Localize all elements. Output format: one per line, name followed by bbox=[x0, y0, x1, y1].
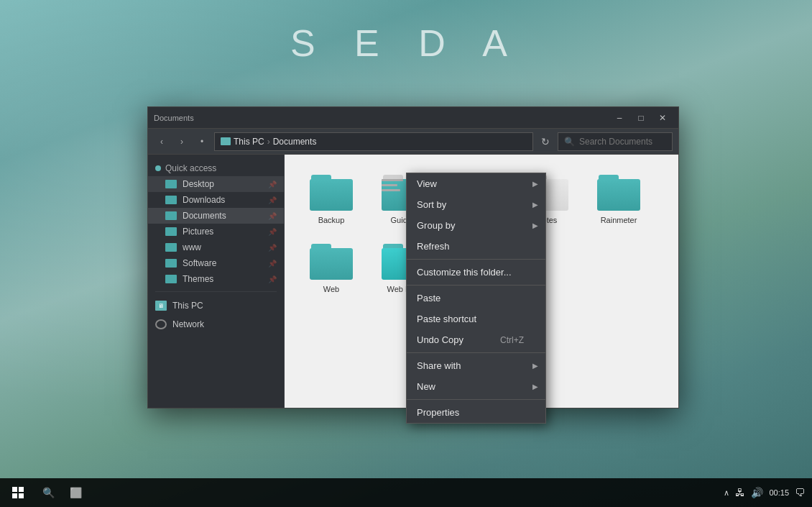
ctx-view-label: View bbox=[417, 178, 437, 189]
folder-web[interactable]: Web bbox=[299, 238, 364, 311]
folder-icon-rainmeter bbox=[597, 175, 640, 211]
taskbar-volume-icon[interactable]: 🔊 bbox=[751, 487, 763, 498]
sidebar-item-software[interactable]: Software 📌 bbox=[148, 255, 284, 271]
taskbar-chevron-icon[interactable]: ∧ bbox=[724, 488, 729, 498]
downloads-folder-icon bbox=[165, 196, 177, 204]
this-pc-icon: 🖥 bbox=[155, 301, 167, 311]
forward-button[interactable]: › bbox=[174, 134, 190, 150]
ctx-undo-copy[interactable]: Undo Copy Ctrl+Z bbox=[407, 329, 545, 350]
ctx-view[interactable]: View bbox=[407, 173, 545, 194]
taskbar-search-button[interactable]: 🔍 bbox=[36, 478, 61, 507]
folder-icon-backup bbox=[310, 175, 353, 211]
folder-body-rainmeter bbox=[597, 179, 640, 211]
taskbar-right: ∧ 🖧 🔊 00:15 🗨 bbox=[724, 487, 812, 498]
search-box: 🔍 bbox=[558, 132, 673, 151]
address-bar-actions: ↻ bbox=[538, 134, 553, 150]
sidebar-this-pc-label: This PC bbox=[172, 301, 203, 311]
ctx-new[interactable]: New bbox=[407, 376, 545, 397]
folder-rainmeter[interactable]: Rainmeter bbox=[586, 169, 651, 231]
breadcrumb-documents[interactable]: Documents bbox=[273, 137, 317, 147]
quick-access-header[interactable]: Quick access bbox=[148, 160, 284, 176]
task-view-icon: ⬜ bbox=[70, 487, 82, 498]
refresh-path-button[interactable]: ↻ bbox=[538, 134, 553, 150]
taskbar-notification-icon[interactable]: 🗨 bbox=[795, 487, 805, 498]
sidebar-this-pc[interactable]: 🖥 This PC bbox=[148, 296, 284, 315]
sidebar-item-downloads[interactable]: Downloads 📌 bbox=[148, 192, 284, 208]
sidebar-item-label-themes: Themes bbox=[183, 274, 213, 284]
ctx-properties[interactable]: Properties bbox=[407, 402, 545, 423]
ctx-undo-copy-shortcut: Ctrl+Z bbox=[500, 335, 535, 345]
sidebar-item-label-downloads: Downloads bbox=[183, 195, 225, 205]
pin-icon-www: 📌 bbox=[268, 244, 277, 252]
breadcrumb-this-pc[interactable]: This PC bbox=[234, 137, 264, 147]
search-input[interactable] bbox=[579, 137, 666, 147]
ctx-paste[interactable]: Paste bbox=[407, 288, 545, 309]
start-button[interactable] bbox=[0, 478, 36, 507]
close-button[interactable]: ✕ bbox=[652, 109, 673, 127]
address-path[interactable]: This PC › Documents bbox=[214, 132, 533, 151]
sidebar-item-desktop[interactable]: Desktop 📌 bbox=[148, 176, 284, 192]
folder-path-icon bbox=[221, 137, 231, 145]
pictures-folder-icon bbox=[165, 227, 177, 236]
ctx-group-by[interactable]: Group by bbox=[407, 215, 545, 236]
pin-icon-themes: 📌 bbox=[268, 275, 277, 283]
ctx-divider-3 bbox=[407, 352, 545, 353]
guides-lines bbox=[382, 179, 403, 191]
ctx-divider-4 bbox=[407, 399, 545, 400]
ctx-share-with-label: Share with bbox=[417, 360, 461, 371]
ctx-customize[interactable]: Customize this folder... bbox=[407, 262, 545, 283]
guides-line-1 bbox=[382, 179, 403, 181]
minimize-button[interactable]: – bbox=[609, 109, 629, 127]
pin-icon-desktop: 📌 bbox=[268, 181, 277, 188]
folder-body-backup bbox=[310, 179, 353, 211]
ctx-customize-label: Customize this folder... bbox=[417, 267, 512, 278]
address-bar: ‹ › • This PC › Documents ↻ 🔍 bbox=[148, 129, 678, 155]
folder-label-web: Web bbox=[323, 284, 339, 294]
ctx-share-with[interactable]: Share with bbox=[407, 355, 545, 376]
sidebar-item-themes[interactable]: Themes 📌 bbox=[148, 271, 284, 287]
ctx-divider-2 bbox=[407, 285, 545, 286]
ctx-sort-by[interactable]: Sort by bbox=[407, 194, 545, 215]
ctx-new-label: New bbox=[417, 381, 435, 392]
ctx-paste-shortcut-label: Paste shortcut bbox=[417, 314, 476, 324]
quick-access-dot bbox=[155, 165, 161, 171]
ctx-group-by-label: Group by bbox=[417, 220, 455, 231]
folder-label-backup: Backup bbox=[318, 215, 345, 225]
folder-backup[interactable]: Backup bbox=[299, 169, 364, 231]
ctx-sort-by-label: Sort by bbox=[417, 199, 446, 210]
ctx-properties-label: Properties bbox=[417, 407, 459, 418]
back-button[interactable]: ‹ bbox=[154, 134, 170, 150]
title-bar: Documents – □ ✕ bbox=[148, 107, 678, 129]
pin-icon-pictures: 📌 bbox=[268, 228, 277, 236]
search-icon: 🔍 bbox=[564, 137, 575, 147]
window-title: Documents bbox=[154, 114, 194, 122]
guides-line-2 bbox=[382, 184, 397, 186]
sidebar-item-label-www: www bbox=[183, 242, 201, 252]
ctx-paste-label: Paste bbox=[417, 293, 440, 303]
ctx-refresh[interactable]: Refresh bbox=[407, 236, 545, 257]
search-icon: 🔍 bbox=[42, 487, 55, 498]
quick-access-label: Quick access bbox=[165, 163, 216, 173]
sidebar-item-pictures[interactable]: Pictures 📌 bbox=[148, 224, 284, 239]
ctx-paste-shortcut[interactable]: Paste shortcut bbox=[407, 309, 545, 329]
sidebar-network[interactable]: Network bbox=[148, 315, 284, 334]
ctx-undo-copy-label: Undo Copy bbox=[417, 334, 463, 345]
sidebar-item-www[interactable]: www 📌 bbox=[148, 239, 284, 255]
guides-line-3 bbox=[382, 189, 400, 191]
sidebar-network-label: Network bbox=[172, 319, 204, 329]
documents-folder-icon bbox=[165, 211, 177, 220]
software-folder-icon bbox=[165, 259, 177, 268]
sidebar-item-label-pictures: Pictures bbox=[183, 227, 213, 237]
taskbar-clock[interactable]: 00:15 bbox=[769, 488, 789, 497]
folder-icon-web bbox=[310, 244, 353, 280]
up-button[interactable]: • bbox=[194, 134, 210, 150]
desktop-folder-icon bbox=[165, 180, 177, 188]
desktop-title: S E D A bbox=[290, 22, 522, 65]
sidebar-item-label-software: Software bbox=[183, 258, 216, 268]
maximize-button[interactable]: □ bbox=[631, 109, 651, 127]
task-view-button[interactable]: ⬜ bbox=[61, 478, 90, 507]
pin-icon-downloads: 📌 bbox=[268, 196, 277, 204]
folder-body-web bbox=[310, 248, 353, 280]
ctx-divider-1 bbox=[407, 259, 545, 260]
sidebar-item-documents[interactable]: Documents 📌 bbox=[148, 208, 284, 224]
